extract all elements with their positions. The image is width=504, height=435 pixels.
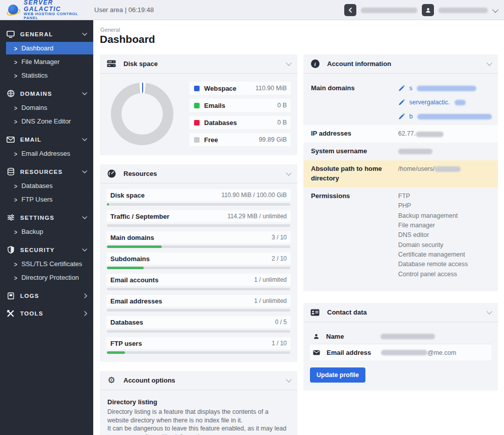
sidebar-item-dashboard[interactable]: > Dashboard xyxy=(6,42,93,54)
sidebar-section-resources-header[interactable]: RESOURCES xyxy=(0,165,93,178)
resource-row-email-addresses: Email addresses1 / unlimited xyxy=(106,295,291,312)
logs-icon xyxy=(7,292,15,299)
permission-item: Database remote access xyxy=(398,260,490,269)
domain-link[interactable]: s xyxy=(398,84,492,93)
sidebar-section-security: SECURITY > SSL/TLS Certificates > Direct… xyxy=(0,239,93,284)
disk-space-body: Webspace 110.90 MiB Emails 0 B Databases xyxy=(100,74,297,155)
permission-item: File manager xyxy=(398,221,490,230)
sidebar-section-label: SETTINGS xyxy=(20,215,77,221)
chevron-down-icon[interactable] xyxy=(286,377,291,382)
resource-row-email-accounts: Email accounts1 / unlimited xyxy=(106,274,291,290)
update-profile-button[interactable]: Update profile xyxy=(310,367,365,383)
sidebar-section-tools-header[interactable]: TOOLS xyxy=(0,306,93,320)
permissions-label: Permissions xyxy=(311,192,398,279)
name-label: Name xyxy=(326,333,374,340)
sidebar-item-dns-zone-editor[interactable]: > DNS Zone Editor xyxy=(0,115,93,128)
account-information-body: Main domains s servergalactic. xyxy=(303,74,498,291)
chevron-down-icon[interactable] xyxy=(486,308,492,314)
sidebar-section-domains: DOMAINS > Domains > DNS Zone Editor xyxy=(0,83,93,128)
sidebar-section-domains-header[interactable]: DOMAINS xyxy=(0,87,93,100)
sidebar-section-label: EMAIL xyxy=(20,137,77,143)
sidebar-item-file-manager[interactable]: > File Manager xyxy=(0,55,93,68)
sidebar-section-security-header[interactable]: SECURITY xyxy=(0,243,93,257)
contact-data-card-header: Contact data xyxy=(303,303,498,322)
chevron-right-icon: > xyxy=(14,104,17,111)
domain-link[interactable]: b xyxy=(398,112,492,121)
back-button[interactable] xyxy=(344,4,356,16)
sidebar-section-label: LOGS xyxy=(20,293,79,299)
resource-row-ftp-users: FTP users1 / 10 xyxy=(106,337,291,354)
chevron-down-icon[interactable] xyxy=(286,60,291,66)
legend-label: Free xyxy=(204,136,259,144)
resource-label: Disk space xyxy=(110,192,145,199)
sidebar-section-email: EMAIL > Email Addresses xyxy=(0,129,93,160)
card-title: Account options xyxy=(123,377,280,384)
domain-link[interactable]: servergalactic. xyxy=(398,98,492,107)
redacted-username xyxy=(438,8,488,13)
resources-body: Disk space110.90 MiB / 100.00 GiB Traffi… xyxy=(100,183,297,362)
chevron-right-icon: > xyxy=(14,182,17,189)
account-options-card: ⚙ Account options Directory listing Dire… xyxy=(100,371,297,435)
emails-swatch xyxy=(194,103,200,108)
chevron-down-icon[interactable] xyxy=(492,6,499,13)
sidebar: GENERAL > Dashboard > File Manager > Sta… xyxy=(0,20,93,435)
sidebar-section-general-header[interactable]: GENERAL xyxy=(0,27,93,41)
chevron-down-icon xyxy=(82,216,87,219)
contact-data-body: Name Email address @me.com Update profil… xyxy=(303,322,498,391)
progress-bar xyxy=(107,245,290,248)
pencil-edit-icon xyxy=(398,113,405,120)
chevron-down-icon[interactable] xyxy=(486,60,492,66)
chevron-down-icon[interactable] xyxy=(286,170,291,175)
page-title: Dashboard xyxy=(100,33,155,45)
person-icon xyxy=(313,333,320,340)
progress-bar xyxy=(107,267,290,269)
chevron-right-icon: > xyxy=(14,117,17,125)
account-information-card: i Account information Main domains s xyxy=(303,54,498,291)
legend-label: Emails xyxy=(204,102,277,109)
databases-swatch xyxy=(194,120,200,126)
resource-value: 2 / 10 xyxy=(272,255,287,262)
card-title: Disk space xyxy=(123,60,280,68)
directory-listing-description: Directory listing is a feature that disp… xyxy=(107,408,290,435)
sidebar-section-resources: RESOURCES > Databases > FTP Users xyxy=(0,161,93,206)
sidebar-item-ssl-tls-certificates[interactable]: > SSL/TLS Certificates xyxy=(0,258,93,270)
globe-icon xyxy=(7,90,15,97)
info-icon: i xyxy=(310,59,320,68)
main-domains-label: Main domains xyxy=(311,84,398,121)
sidebar-item-backup[interactable]: > Backup xyxy=(0,225,93,238)
progress-bar xyxy=(107,309,290,312)
sidebar-section-tools: TOOLS xyxy=(0,302,93,320)
sidebar-section-label: DOMAINS xyxy=(20,91,77,97)
card-title: Contact data xyxy=(327,308,480,316)
sidebar-section-settings-header[interactable]: SETTINGS xyxy=(0,211,93,224)
system-username-row: System username xyxy=(303,143,498,160)
sidebar-section-label: SECURITY xyxy=(20,247,77,253)
sidebar-item-databases[interactable]: > Databases xyxy=(0,179,93,192)
planet-logo-icon xyxy=(7,4,20,16)
shield-icon xyxy=(7,246,15,254)
sidebar-item-label: DNS Zone Editor xyxy=(21,117,71,125)
home-directory-value: /home/users/ xyxy=(398,165,434,172)
sidebar-item-statistics[interactable]: > Statistics xyxy=(0,69,93,82)
chevron-down-icon xyxy=(82,248,87,252)
resources-card-header: Resources xyxy=(100,164,297,183)
sidebar-item-label: Domains xyxy=(21,104,47,111)
sidebar-item-ftp-users[interactable]: > FTP Users xyxy=(0,193,93,206)
permission-item: FTP xyxy=(398,192,490,201)
user-profile-button[interactable] xyxy=(422,4,434,16)
sidebar-section-email-header[interactable]: EMAIL xyxy=(0,133,93,146)
brand-logo[interactable]: SERVER GALACTIC WEB HOSTING CONTROL PANE… xyxy=(0,0,88,20)
redacted-domain xyxy=(417,114,492,119)
sliders-icon xyxy=(7,214,15,221)
sidebar-item-directory-protection[interactable]: > Directory Protection xyxy=(0,271,93,284)
permissions-row: Permissions FTP PHP Backup management Fi… xyxy=(303,188,498,283)
sidebar-item-label: File Manager xyxy=(21,58,59,66)
disk-space-card-header: Disk space xyxy=(100,54,297,74)
sidebar-item-domains[interactable]: > Domains xyxy=(0,101,93,114)
email-domain-suffix: @me.com xyxy=(427,349,456,356)
ip-addresses-label: IP addresses xyxy=(311,129,398,139)
resource-row-traffic: Traffic / September114.29 MiB / unlimite… xyxy=(106,210,291,227)
sidebar-section-logs-header[interactable]: LOGS xyxy=(0,289,93,302)
redacted-username xyxy=(398,149,432,154)
sidebar-item-email-addresses[interactable]: > Email Addresses xyxy=(0,147,93,160)
